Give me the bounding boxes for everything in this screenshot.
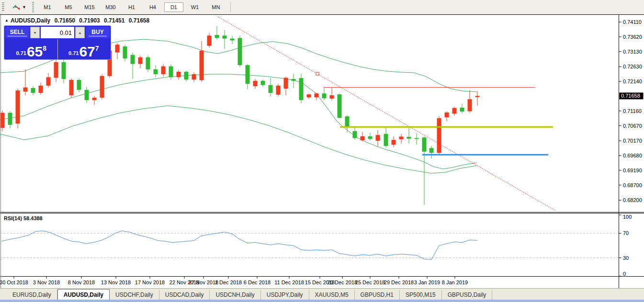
timeframe-button-h4[interactable]: H4 [143,2,162,12]
ohlc-close: 0.71658 [129,17,149,24]
lot-decrease-button[interactable]: ▼ [30,27,40,38]
rsi-value: 58.4388 [23,215,43,221]
bid-price[interactable]: 0.71658 [5,39,57,59]
trading-terminal-window: { "toolbar": { "timeframes": ["M1","M5",… [0,0,644,302]
timeframe-button-mn[interactable]: MN [206,2,226,12]
toolbar-grip-handle[interactable] [32,2,34,12]
timeframe-button-h1[interactable]: H1 [122,2,141,12]
chart-tab-xauusd[interactable]: XAUUSD,M5 [309,290,355,300]
bid-price-pip: 8 [43,45,46,52]
lot-increase-button[interactable]: ▲ [75,27,85,38]
chart-tab-usdcnh[interactable]: USDCNH,Daily [210,290,260,300]
chart-tab-eurusd[interactable]: EURUSD,Daily [7,290,57,300]
symbol-direction-icon: ▲ [5,18,9,22]
chart-tab-usdcad[interactable]: USDCAD,Daily [159,290,210,300]
timeframe-button-m30[interactable]: M30 [101,2,120,12]
rsi-indicator-label: RSI(14) 58.4388 [4,215,43,221]
timeframes-icon [12,4,21,11]
timeframe-button-m15[interactable]: M15 [80,2,99,12]
dropdown-caret-icon: ▼ [22,5,26,10]
chart-symbol: AUDUSD,Daily [11,17,50,24]
bid-price-prefix: 0.71 [16,50,26,56]
ask-price-pip: 7 [95,45,99,52]
chart-tab-usdjpy[interactable]: USDJPY,Daily [261,290,309,300]
toolbar-separator [230,2,231,12]
chart-period-button[interactable]: ▼ [12,4,26,11]
date-axis[interactable] [0,277,644,288]
sell-button[interactable]: SELL [5,27,29,38]
ask-price-prefix: 0.71 [68,50,79,56]
chart-tab-bar: EURUSD,DailyAUDUSD,DailyUSDCHF,DailyUSDC… [0,288,644,300]
timeframe-toolbar: ▼ M1M5M15M30H1H4D1W1MN [0,0,644,15]
rsi-name: RSI(14) [4,215,22,221]
timeframe-buttons: M1M5M15M30H1H4D1W1MN [37,2,226,12]
timeframe-button-d1[interactable]: D1 [164,2,183,12]
window-bottom-edge [0,300,644,302]
rsi-indicator-panel[interactable] [0,213,644,276]
ask-price[interactable]: 0.71677 [57,39,110,59]
ohlc-high: 0.71903 [79,17,100,24]
ohlc-open: 0.71650 [55,17,75,24]
one-click-trading-panel: SELL ▼ 0.01 ▲ BUY 0.71658 0.71677 [4,25,111,60]
timeframe-button-w1[interactable]: W1 [185,2,204,12]
toolbar-grip-handle[interactable] [2,2,4,12]
bid-price-big: 65 [27,45,43,58]
chart-tab-sp500[interactable]: SP500,M15 [400,290,442,300]
chart-title: ▲AUDUSD,Daily 0.71650 0.71903 0.71451 0.… [5,17,152,24]
timeframe-button-m1[interactable]: M1 [38,2,57,12]
ask-price-big: 67 [79,45,95,58]
chart-tab-gbpusd[interactable]: GBPUSD,Daily [442,290,493,300]
chart-tab-audusd[interactable]: AUDUSD,Daily [57,289,110,300]
chart-tab-gbpusd[interactable]: GBPUSD,H1 [355,290,400,300]
buy-button[interactable]: BUY [86,27,110,38]
timeframe-button-m5[interactable]: M5 [59,2,78,12]
lot-size-input[interactable]: 0.01 [41,27,74,38]
chart-tab-usdchf[interactable]: USDCHF,Daily [110,290,159,300]
ohlc-low: 0.71451 [104,17,124,24]
